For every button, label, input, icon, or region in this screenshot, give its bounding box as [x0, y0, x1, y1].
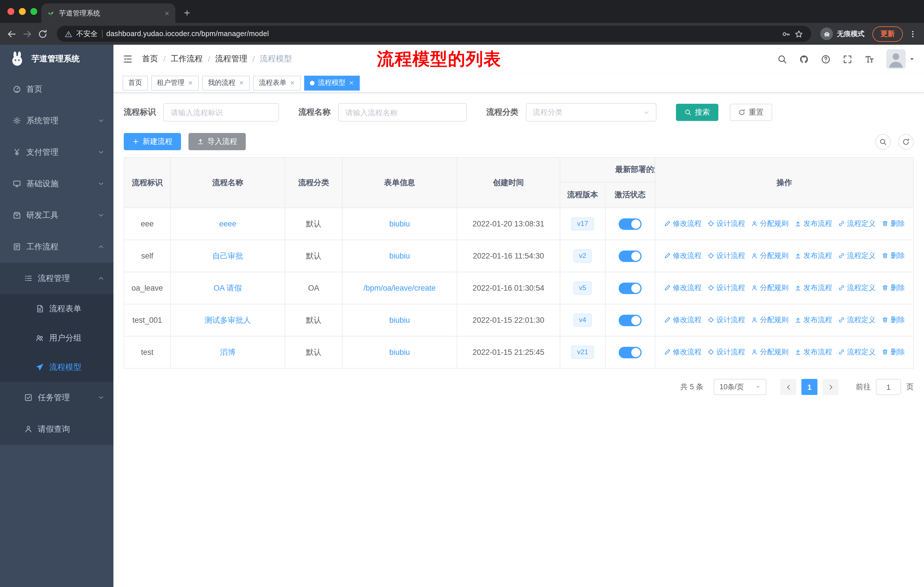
active-toggle[interactable]	[619, 347, 642, 358]
action-trash-link[interactable]: 删除	[881, 347, 905, 357]
form-link[interactable]: biubiu	[389, 316, 410, 324]
action-publish-link[interactable]: 发布流程	[794, 283, 832, 293]
address-bar[interactable]: 不安全 dashboard.yudao.iocoder.cn/bpm/manag…	[57, 26, 811, 42]
search-icon[interactable]	[777, 54, 787, 64]
filter-input-1[interactable]	[338, 103, 467, 122]
import-model-button[interactable]: 导入流程	[188, 133, 246, 150]
action-edit-link[interactable]: 修改流程	[663, 283, 701, 293]
toggle-search-button[interactable]	[875, 134, 891, 149]
search-button[interactable]: 搜索	[676, 104, 718, 121]
sidebar-item-4[interactable]: 研发工具	[0, 200, 114, 231]
user-menu[interactable]	[886, 49, 915, 69]
bookmark-star-icon[interactable]	[795, 30, 803, 38]
create-model-button[interactable]: 新建流程	[124, 133, 181, 150]
sidebar-item-7[interactable]: 流程表单	[0, 294, 114, 323]
action-design-link[interactable]: 设计流程	[707, 347, 745, 357]
form-link[interactable]: biubiu	[389, 251, 410, 260]
action-design-link[interactable]: 设计流程	[707, 283, 745, 293]
action-definition-link[interactable]: 流程定义	[838, 315, 876, 325]
action-edit-link[interactable]: 修改流程	[663, 315, 701, 325]
model-name-link[interactable]: 测试多审批人	[205, 316, 251, 324]
action-design-link[interactable]: 设计流程	[707, 315, 745, 325]
action-publish-link[interactable]: 发布流程	[794, 347, 832, 357]
action-design-link[interactable]: 设计流程	[707, 219, 745, 229]
breadcrumb-item[interactable]: 首页	[142, 54, 158, 64]
action-trash-link[interactable]: 删除	[881, 219, 905, 229]
view-tab[interactable]: 首页	[122, 75, 148, 90]
page-number-1[interactable]: 1	[802, 379, 817, 395]
view-tab[interactable]: 租户管理	[151, 75, 199, 90]
browser-tab[interactable]: 芋道管理系统	[41, 3, 175, 23]
action-edit-link[interactable]: 修改流程	[663, 219, 701, 229]
next-page-button[interactable]	[823, 379, 839, 395]
action-assign-link[interactable]: 分配规则	[751, 347, 789, 357]
active-toggle[interactable]	[619, 282, 642, 294]
minimize-window-button[interactable]	[19, 8, 26, 15]
breadcrumb-item[interactable]: 工作流程	[171, 54, 203, 64]
model-name-link[interactable]: 滔博	[220, 348, 236, 356]
sidebar-collapse-icon[interactable]	[122, 54, 133, 64]
form-link[interactable]: biubiu	[389, 220, 410, 228]
filter-input-0[interactable]	[163, 103, 279, 122]
form-link[interactable]: biubiu	[389, 348, 410, 357]
fullscreen-icon[interactable]	[843, 54, 852, 64]
action-design-link[interactable]: 设计流程	[707, 251, 745, 261]
active-toggle[interactable]	[619, 250, 642, 262]
password-key-icon[interactable]	[782, 30, 790, 38]
action-edit-link[interactable]: 修改流程	[663, 251, 701, 261]
back-button[interactable]	[7, 29, 16, 39]
sidebar-item-10[interactable]: 任务管理	[0, 382, 114, 413]
browser-menu-icon[interactable]	[909, 30, 917, 38]
tab-close-icon[interactable]	[164, 11, 170, 16]
sidebar-item-8[interactable]: 用户分组	[0, 323, 114, 352]
action-publish-link[interactable]: 发布流程	[794, 219, 832, 229]
active-toggle[interactable]	[619, 314, 642, 326]
sidebar-item-3[interactable]: 基础设施	[0, 168, 114, 200]
goto-page-input[interactable]	[876, 379, 901, 395]
close-window-button[interactable]	[7, 8, 14, 15]
security-warning-icon[interactable]	[65, 30, 72, 38]
sidebar-item-6[interactable]: 流程管理	[0, 263, 114, 294]
action-definition-link[interactable]: 流程定义	[838, 283, 876, 293]
refresh-table-button[interactable]	[898, 134, 914, 149]
filter-select[interactable]: 流程分类	[526, 103, 657, 122]
active-toggle[interactable]	[619, 218, 642, 230]
view-tab[interactable]: 我的流程	[202, 75, 250, 90]
action-assign-link[interactable]: 分配规则	[751, 251, 789, 261]
action-publish-link[interactable]: 发布流程	[794, 251, 832, 261]
zoom-window-button[interactable]	[30, 8, 37, 15]
form-link[interactable]: /bpm/oa/leave/create	[363, 284, 436, 293]
action-trash-link[interactable]: 删除	[881, 315, 905, 325]
reset-button[interactable]: 重置	[730, 104, 772, 121]
model-name-link[interactable]: eeee	[219, 220, 236, 228]
app-logo[interactable]: 芋道管理系统	[0, 45, 114, 73]
action-assign-link[interactable]: 分配规则	[751, 283, 789, 293]
action-assign-link[interactable]: 分配规则	[751, 315, 789, 325]
action-assign-link[interactable]: 分配规则	[751, 219, 789, 229]
fontsize-icon[interactable]	[865, 54, 874, 64]
reload-button[interactable]	[38, 29, 48, 39]
prev-page-button[interactable]	[780, 379, 796, 395]
action-definition-link[interactable]: 流程定义	[838, 219, 876, 229]
action-definition-link[interactable]: 流程定义	[838, 347, 876, 357]
model-name-link[interactable]: OA 请假	[213, 283, 242, 292]
forward-button[interactable]	[22, 29, 32, 39]
sidebar-item-1[interactable]: 系统管理	[0, 105, 114, 136]
github-icon[interactable]	[799, 54, 809, 64]
sidebar-item-5[interactable]: 工作流程	[0, 231, 114, 263]
sidebar-item-9[interactable]: 流程模型	[0, 352, 114, 382]
action-definition-link[interactable]: 流程定义	[838, 251, 876, 261]
action-edit-link[interactable]: 修改流程	[663, 347, 701, 357]
action-publish-link[interactable]: 发布流程	[794, 315, 832, 325]
sidebar-item-0[interactable]: 首页	[0, 73, 114, 105]
model-name-link[interactable]: 自己审批	[212, 251, 243, 260]
sidebar-item-2[interactable]: 支付管理	[0, 136, 114, 168]
action-trash-link[interactable]: 删除	[881, 251, 905, 261]
view-tab[interactable]: 流程表单	[253, 75, 301, 90]
action-trash-link[interactable]: 删除	[881, 283, 905, 293]
sidebar-item-11[interactable]: 请假查询	[0, 413, 114, 445]
view-tab[interactable]: 流程模型	[304, 75, 360, 90]
new-tab-button[interactable]	[183, 9, 191, 17]
breadcrumb-item[interactable]: 流程管理	[215, 54, 248, 64]
update-button[interactable]: 更新	[873, 26, 903, 41]
